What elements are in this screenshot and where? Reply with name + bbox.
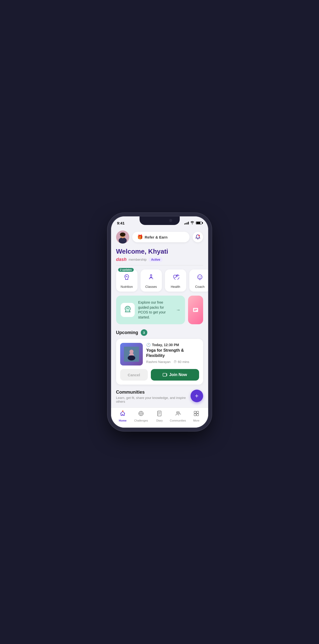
communities-header: Communities Learn, get fit, share your k… [116, 390, 203, 403]
svg-point-3 [119, 238, 127, 244]
pcos-icon [123, 305, 132, 315]
phone-frame: 9:41 [111, 216, 209, 428]
nutrition-label: Nutrition [121, 285, 133, 289]
svg-rect-30 [197, 411, 199, 413]
svg-rect-32 [197, 414, 199, 416]
duration-clock-icon: ⏱ [173, 360, 177, 364]
nav-challenges[interactable]: Challenges [132, 409, 150, 424]
communities-text: Communities Learn, get fit, share your k… [116, 390, 191, 403]
classes-icon [147, 273, 155, 283]
nav-home-label: Home [119, 419, 127, 422]
class-actions: Cancel Join Now [120, 369, 199, 381]
refer-earn-button[interactable]: 🎁 Refer & Earn [132, 232, 190, 242]
class-time-text: Today, 12:30 PM [152, 343, 179, 347]
upcoming-section-header: Upcoming 3 [111, 324, 208, 339]
quick-link-health[interactable]: Health [165, 269, 186, 292]
nav-communities-label: Communities [170, 419, 186, 422]
svg-rect-21 [163, 373, 166, 376]
communities-nav-icon [175, 410, 181, 418]
upcoming-title: Upcoming [116, 330, 138, 335]
svg-point-11 [198, 275, 202, 279]
dash-logo: dash [116, 257, 127, 262]
quick-link-nutrition[interactable]: 2 updates Nutrition [116, 269, 138, 292]
svg-point-13 [201, 277, 201, 277]
class-info: 🕛 Today, 12:30 PM Yoga for Strength & Fl… [146, 343, 199, 364]
class-name: Yoga for Strength & Flexibility [146, 348, 199, 358]
svg-rect-26 [157, 411, 158, 416]
class-time: 🕛 Today, 12:30 PM [146, 343, 199, 347]
nav-communities[interactable]: Communities [169, 409, 187, 424]
svg-point-27 [176, 412, 178, 413]
class-meta: Rashmi Narayan ⏱ 60 mins [146, 360, 199, 364]
more-icon [193, 410, 199, 418]
app-content: 🎁 Refer & Earn Welcome, Khyati dash memb… [111, 227, 208, 428]
class-thumbnail [120, 343, 143, 365]
welcome-section: Welcome, Khyati dash membership Active [111, 246, 208, 265]
coach-label: Coach [195, 285, 205, 289]
nav-more-label: More [193, 419, 199, 422]
join-now-label: Join Now [169, 373, 187, 377]
svg-point-28 [178, 412, 179, 413]
signal-icon [184, 221, 189, 224]
notification-button[interactable] [193, 232, 203, 242]
nutrition-icon [123, 273, 130, 283]
banner-arrow: → [176, 307, 180, 313]
quick-links: 2 updates Nutrition Classes [111, 265, 208, 296]
health-label: Health [171, 285, 180, 289]
header: 🎁 Refer & Earn [111, 227, 208, 246]
svg-rect-29 [194, 411, 196, 413]
clock-icon: 🕛 [146, 343, 151, 347]
communities-title: Communities [116, 390, 191, 395]
update-badge: 2 updates [118, 268, 134, 272]
quick-link-classes[interactable]: Classes [141, 269, 162, 292]
svg-point-20 [128, 355, 135, 360]
challenges-icon [138, 410, 144, 418]
banner-icon-wrap [121, 303, 135, 317]
class-duration: ⏱ 60 mins [173, 360, 189, 364]
svg-point-5 [120, 233, 125, 237]
svg-rect-31 [194, 414, 196, 416]
health-icon [172, 273, 179, 283]
classes-label: Classes [145, 285, 157, 289]
svg-point-24 [141, 413, 142, 414]
user-avatar[interactable] [116, 231, 129, 244]
class-card-inner: 🕛 Today, 12:30 PM Yoga for Strength & Fl… [120, 343, 199, 365]
wifi-icon [190, 221, 194, 225]
quick-link-coach[interactable]: Coach [189, 269, 208, 292]
phone-notch [140, 216, 180, 225]
active-badge: Active [149, 257, 163, 262]
membership-row: dash membership Active [116, 257, 203, 262]
join-now-button[interactable]: Join Now [151, 369, 199, 381]
battery-icon [196, 221, 202, 224]
add-icon: + [195, 392, 198, 399]
status-time: 9:41 [117, 221, 125, 225]
bottom-nav: Home Challenges Diary [111, 407, 208, 428]
cancel-button[interactable]: Cancel [120, 369, 148, 381]
nav-more[interactable]: More [187, 409, 205, 424]
nav-diary-label: Diary [156, 419, 163, 422]
welcome-text: Welcome, Khyati [116, 248, 203, 255]
home-dot [122, 410, 123, 412]
coach-icon [196, 273, 204, 283]
communities-subtitle: Learn, get fit, share your knowledge, an… [116, 396, 191, 403]
class-card: 🕛 Today, 12:30 PM Yoga for Strength & Fl… [116, 339, 203, 385]
svg-rect-25 [158, 411, 161, 416]
banner-section: Explore our free guided packs for PCOS t… [111, 296, 208, 324]
diary-icon [157, 410, 163, 418]
refer-icon: 🎁 [137, 234, 143, 240]
refer-earn-label: Refer & Earn [145, 235, 168, 239]
add-community-button[interactable]: + [191, 390, 203, 402]
upcoming-count: 3 [141, 329, 147, 336]
nav-home[interactable]: Home [114, 409, 132, 424]
svg-point-12 [199, 277, 199, 277]
banner-text: Explore our free guided packs for PCOS t… [138, 300, 172, 320]
svg-point-9 [150, 274, 152, 276]
quiz-banner[interactable] [188, 296, 203, 324]
status-icons [184, 221, 202, 225]
membership-text: membership [129, 258, 147, 261]
pcos-banner[interactable]: Explore our free guided packs for PCOS t… [116, 296, 185, 324]
duration-text: 60 mins [178, 360, 189, 364]
nav-diary[interactable]: Diary [150, 409, 169, 424]
nav-challenges-label: Challenges [134, 419, 148, 422]
instructor-name: Rashmi Narayan [146, 360, 171, 364]
